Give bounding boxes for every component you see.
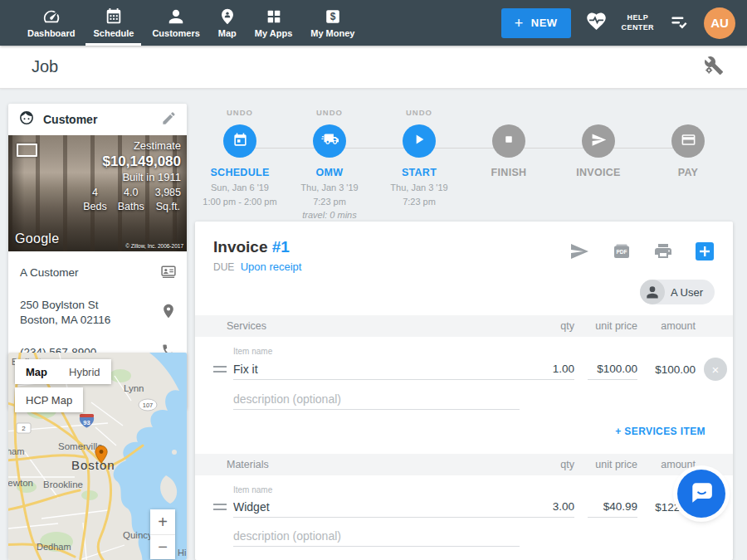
add-invoice-icon[interactable] — [695, 241, 715, 265]
map-label: Brookline — [43, 480, 83, 489]
remove-service-item-button[interactable]: × — [704, 358, 727, 381]
send-icon — [591, 132, 607, 151]
nav-item-map[interactable]: Map — [209, 0, 246, 46]
dollar-icon: $ — [324, 7, 342, 26]
material-qty-input[interactable] — [533, 496, 574, 518]
map-zoom-control: + − — [150, 509, 175, 559]
customer-name: A Customer — [20, 265, 160, 280]
location-pin-icon[interactable] — [160, 303, 177, 323]
invoice-due: DUE Upon receipt — [213, 261, 569, 273]
schedule-step-label: SCHEDULE — [210, 167, 269, 178]
material-name-input[interactable] — [233, 496, 533, 518]
service-amount: $100.00 — [644, 363, 696, 376]
route-badge-2: 2 — [17, 423, 31, 433]
stat-beds-label: Beds — [83, 200, 107, 214]
finish-step-label: FINISH — [491, 167, 527, 178]
job-header-bar: Job — [0, 46, 747, 89]
zoom-out-button[interactable]: − — [150, 534, 175, 559]
invoice-step-button[interactable] — [582, 124, 615, 158]
stat-baths-value: 4.0 — [118, 186, 144, 200]
zoom-in-button[interactable]: + — [150, 509, 175, 534]
customer-card-title: Customer — [43, 113, 161, 126]
zestimate-label: Zestimate — [83, 139, 181, 152]
nav-label-map: Map — [218, 28, 237, 38]
pay-step-label: PAY — [678, 167, 699, 178]
nav-item-customers[interactable]: Customers — [143, 0, 208, 46]
nav-label-dashboard: Dashboard — [27, 28, 75, 38]
hcp-map-button[interactable]: HCP Map — [15, 387, 83, 412]
invoice-title-block: Invoice #1 DUE Upon receipt — [213, 238, 569, 273]
schedule-step-button[interactable] — [223, 124, 256, 158]
add-services-item-link[interactable]: + SERVICES ITEM — [615, 426, 706, 437]
undo-start-button[interactable]: UNDO — [406, 108, 432, 119]
map-label: Newton — [8, 478, 33, 488]
help-center-line2: CENTER — [622, 23, 654, 32]
map-type-hybrid-button[interactable]: Hybrid — [58, 359, 111, 384]
service-name-input[interactable] — [233, 358, 533, 380]
zestimate-value: $10,149,080 — [83, 153, 181, 170]
finish-step-button[interactable] — [492, 124, 525, 158]
invoice-card: Invoice #1 DUE Upon receipt PDF — [195, 222, 733, 560]
stat-beds-value: 4 — [83, 186, 107, 200]
svg-text:PDF: PDF — [617, 249, 627, 255]
invoice-step-label: INVOICE — [576, 167, 621, 178]
map-label: Dedham — [37, 542, 71, 552]
pay-step-button[interactable] — [671, 124, 705, 158]
invoice-title: Invoice #1 — [213, 238, 569, 256]
nav-item-schedule[interactable]: Schedule — [84, 0, 143, 46]
nav-label-customers: Customers — [152, 28, 199, 38]
map-type-map-button[interactable]: Map — [15, 359, 58, 384]
plus-icon: + — [515, 16, 524, 31]
service-qty-input[interactable] — [533, 358, 574, 380]
service-unit-price-input[interactable] — [588, 358, 637, 380]
new-button[interactable]: + NEW — [501, 8, 571, 38]
help-center-link[interactable]: HELP CENTER — [622, 13, 654, 32]
materials-header-row: Materials qty unit price amount — [195, 454, 733, 475]
materials-section-title: Materials — [213, 459, 533, 470]
material-item-name-label: Item name — [195, 485, 733, 494]
service-item-row: $100.00 × — [195, 358, 733, 381]
drag-handle-icon[interactable] — [213, 365, 227, 373]
activity-list-icon[interactable] — [668, 11, 690, 36]
play-icon — [411, 131, 427, 151]
pdf-icon[interactable]: PDF — [611, 241, 632, 265]
undo-schedule-button[interactable]: UNDO — [227, 108, 253, 119]
street-view-toggle-icon[interactable] — [17, 144, 37, 157]
service-description-input[interactable] — [233, 388, 520, 410]
property-stats: 4 Beds 4.0 Baths 3,985 Sq.ft. — [83, 186, 181, 214]
nav-label-my-money: My Money — [310, 28, 354, 38]
materials-col-unit-price: unit price — [588, 459, 637, 470]
contact-card-icon[interactable] — [160, 263, 177, 283]
edit-pencil-icon[interactable] — [161, 110, 177, 129]
assignee-chip[interactable]: A User — [640, 280, 715, 304]
drag-handle-icon[interactable] — [213, 503, 227, 511]
customer-address-row: 250 Boylston St Boston, MA 02116 — [8, 290, 187, 335]
chat-bubble-button[interactable] — [677, 470, 725, 518]
job-tools-icon[interactable] — [704, 56, 724, 79]
nav-item-my-apps[interactable]: My Apps — [246, 0, 301, 46]
nav-item-dashboard[interactable]: Dashboard — [18, 0, 84, 46]
calendar-icon — [105, 7, 123, 26]
nav-item-my-money[interactable]: $ My Money — [301, 0, 364, 46]
due-value-link[interactable]: Upon receipt — [241, 261, 302, 273]
calendar-icon — [232, 132, 248, 151]
material-unit-price-input[interactable] — [588, 496, 637, 518]
stat-sqft-label: Sq.ft. — [155, 200, 181, 214]
apps-grid-icon — [265, 7, 283, 26]
services-col-qty: qty — [533, 320, 574, 332]
health-heart-icon[interactable] — [585, 10, 608, 36]
omw-step-button[interactable] — [313, 124, 346, 158]
services-col-unit-price: unit price — [588, 320, 637, 332]
services-section-title: Services — [213, 320, 533, 332]
stat-sqft-value: 3,985 — [155, 186, 181, 200]
start-step-button[interactable] — [403, 124, 436, 158]
undo-omw-button[interactable]: UNDO — [316, 108, 343, 119]
send-invoice-icon[interactable] — [569, 241, 589, 265]
map-pin-icon — [218, 7, 237, 26]
customer-card-header: Customer — [8, 104, 187, 135]
material-description-input[interactable] — [233, 525, 520, 547]
stat-beds: 4 Beds — [83, 186, 107, 214]
start-step-label: START — [402, 167, 437, 178]
print-icon[interactable] — [653, 241, 673, 265]
user-avatar[interactable]: AU — [704, 7, 735, 39]
